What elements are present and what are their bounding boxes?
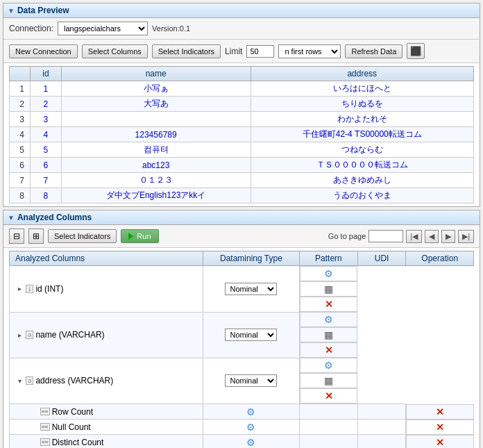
col-display-name-0: id (INT) bbox=[35, 284, 63, 294]
sub-display-name-2-2: Distinct Count bbox=[52, 438, 104, 447]
col-header-operation: Operation bbox=[406, 251, 474, 266]
sub-delete-icon-2-2[interactable]: ✕ bbox=[436, 437, 444, 448]
udi-cell-2: ▦ bbox=[300, 373, 357, 388]
expand-btn-1[interactable]: ▸ bbox=[15, 331, 24, 339]
sub-icon-2-1: ≡≡ bbox=[40, 423, 50, 431]
nav-first-button[interactable]: |◀ bbox=[406, 230, 422, 243]
analyzed-header: ▼ Analyzed Columns bbox=[3, 210, 480, 225]
nav-prev-button[interactable]: ◀ bbox=[425, 230, 439, 243]
analyzed-row-1: ▸ a name (VARCHAR) Nominal ⚙ ▦ ✕ bbox=[10, 312, 474, 358]
run-button[interactable]: Run bbox=[121, 229, 158, 243]
connection-label: Connection: bbox=[9, 24, 53, 33]
row-num-1: 1 bbox=[10, 81, 31, 97]
sub-udi-2-1 bbox=[357, 420, 406, 435]
expand-btn-2[interactable]: ▾ bbox=[15, 377, 24, 385]
analyzed-col-name-1: ▸ a name (VARCHAR) bbox=[10, 312, 203, 358]
limit-label: Limit bbox=[225, 47, 242, 56]
row-num-7: 7 bbox=[10, 173, 31, 188]
delete-icon-1[interactable]: ✕ bbox=[325, 345, 333, 356]
sub-gear-datamining-2-2[interactable]: ⚙ bbox=[206, 437, 296, 448]
data-preview-header: ▼ Data Preview bbox=[3, 3, 480, 18]
select-columns-button[interactable]: Select Columns bbox=[82, 44, 148, 58]
cell-name-8: ダ中文ブEnglish123アkkイ bbox=[61, 188, 251, 204]
analyzed-expand-button[interactable]: ⊞ bbox=[28, 229, 44, 244]
sub-delete-2-1: ✕ bbox=[406, 420, 473, 435]
analyzed-shrink-button[interactable]: ⊟ bbox=[9, 229, 24, 244]
cell-id-8: 8 bbox=[31, 188, 62, 204]
connection-select[interactable]: langspecialchars bbox=[58, 22, 148, 35]
expand-btn-0[interactable]: ▸ bbox=[15, 285, 24, 292]
sub-pattern-2-2 bbox=[300, 435, 358, 449]
new-connection-button[interactable]: New Connection bbox=[9, 44, 78, 58]
udi-cell-0: ▦ bbox=[300, 281, 357, 297]
sub-pattern-2-1 bbox=[300, 420, 358, 435]
rows-select[interactable]: n first rows bbox=[278, 44, 341, 58]
row-num-8: 8 bbox=[10, 188, 31, 204]
col-type-icon-1: a bbox=[26, 331, 33, 339]
analyzed-title: Analyzed Columns bbox=[17, 213, 92, 222]
analyzed-col-name-2: ▾ a address (VARCHAR) bbox=[10, 358, 203, 404]
udi-icon-0[interactable]: ▦ bbox=[324, 283, 333, 294]
sub-datamining-2-2: ⚙ bbox=[203, 435, 299, 449]
nominal-select-2[interactable]: Nominal bbox=[225, 374, 277, 387]
go-to-page-label: Go to page bbox=[328, 232, 366, 240]
panel-collapse-icon[interactable]: ▼ bbox=[8, 7, 15, 15]
nav-last-button[interactable]: ▶| bbox=[458, 230, 474, 243]
delete-icon-0[interactable]: ✕ bbox=[325, 299, 333, 310]
sub-col-name-2-1: ≡≡ Null Count bbox=[10, 420, 203, 435]
sub-delete-2-0: ✕ bbox=[406, 404, 473, 420]
datamining-type-2: Nominal bbox=[203, 358, 299, 404]
cell-address-3: わかよたれそ bbox=[251, 112, 474, 127]
pattern-cell-2: ⚙ bbox=[300, 358, 357, 373]
delete-icon-2[interactable]: ✕ bbox=[325, 390, 333, 401]
pattern-gear-icon-1[interactable]: ⚙ bbox=[324, 314, 333, 325]
page-input[interactable] bbox=[368, 230, 403, 242]
cell-address-7: あさきゆめみし bbox=[251, 173, 474, 188]
col-header-udi: UDI bbox=[357, 251, 406, 266]
run-icon bbox=[128, 233, 133, 240]
analyzed-toolbar-right: Go to page |◀ ◀ ▶ ▶| bbox=[328, 230, 474, 243]
sub-row-2-1: ≡≡ Null Count ⚙ ✕ bbox=[10, 420, 474, 435]
refresh-data-button[interactable]: Refresh Data bbox=[345, 44, 402, 58]
pattern-cell-1: ⚙ bbox=[300, 312, 357, 327]
sub-gear-datamining-2-0[interactable]: ⚙ bbox=[206, 406, 296, 417]
cell-address-5: つねならむ bbox=[251, 142, 474, 158]
export-button[interactable]: ⬛ bbox=[407, 43, 425, 59]
analyzed-collapse-icon[interactable]: ▼ bbox=[8, 214, 15, 222]
sub-row-2-0: ≡≡ Row Count ⚙ ✕ bbox=[10, 404, 474, 420]
analyzed-table-wrapper: Analyzed Columns Datamining Type Pattern… bbox=[3, 248, 480, 448]
cell-id-1: 1 bbox=[31, 81, 62, 97]
col-header-empty bbox=[10, 67, 31, 81]
analyzed-row-0: ▸ i id (INT) Nominal ⚙ ▦ ✕ bbox=[10, 266, 474, 313]
cell-name-5: 컴퓨텨 bbox=[61, 142, 251, 158]
udi-icon-1[interactable]: ▦ bbox=[324, 329, 333, 340]
version-label: Version:0.1 bbox=[152, 24, 190, 33]
cell-address-1: いろはにほへと bbox=[251, 81, 474, 97]
cell-address-4: 千住曙町42-4 TS00000転送コム bbox=[251, 127, 474, 142]
nominal-select-0[interactable]: Nominal bbox=[225, 283, 277, 295]
sub-gear-datamining-2-1[interactable]: ⚙ bbox=[206, 422, 296, 433]
cell-name-2: 大写あ bbox=[61, 97, 251, 112]
cell-id-5: 5 bbox=[31, 142, 62, 158]
analyzed-select-indicators-button[interactable]: Select Indicators bbox=[48, 229, 117, 243]
data-preview-title: Data Preview bbox=[17, 6, 69, 15]
select-indicators-button[interactable]: Select Indicators bbox=[152, 44, 221, 58]
col-header-analyzed: Analyzed Columns bbox=[10, 251, 203, 266]
nav-next-button[interactable]: ▶ bbox=[441, 230, 455, 243]
udi-icon-2[interactable]: ▦ bbox=[324, 375, 333, 386]
sub-delete-icon-2-0[interactable]: ✕ bbox=[436, 406, 444, 417]
analyzed-toolbar: ⊟ ⊞ Select Indicators Run Go to page |◀ … bbox=[3, 225, 480, 248]
analyzed-columns-panel: ▼ Analyzed Columns ⊟ ⊞ Select Indicators… bbox=[3, 210, 480, 448]
pattern-gear-icon-2[interactable]: ⚙ bbox=[324, 360, 333, 371]
col-header-id: id bbox=[31, 67, 62, 81]
cell-name-7: ０１２３ bbox=[61, 173, 251, 188]
limit-input[interactable] bbox=[246, 45, 274, 58]
pattern-gear-icon-0[interactable]: ⚙ bbox=[324, 268, 333, 279]
cell-address-8: うゐのおくやま bbox=[251, 188, 474, 204]
sub-pattern-2-0 bbox=[300, 404, 358, 420]
row-num-5: 5 bbox=[10, 142, 31, 158]
row-num-3: 3 bbox=[10, 112, 31, 127]
sub-delete-icon-2-1[interactable]: ✕ bbox=[436, 422, 444, 433]
analyzed-table: Analyzed Columns Datamining Type Pattern… bbox=[9, 251, 474, 448]
nominal-select-1[interactable]: Nominal bbox=[225, 329, 277, 341]
